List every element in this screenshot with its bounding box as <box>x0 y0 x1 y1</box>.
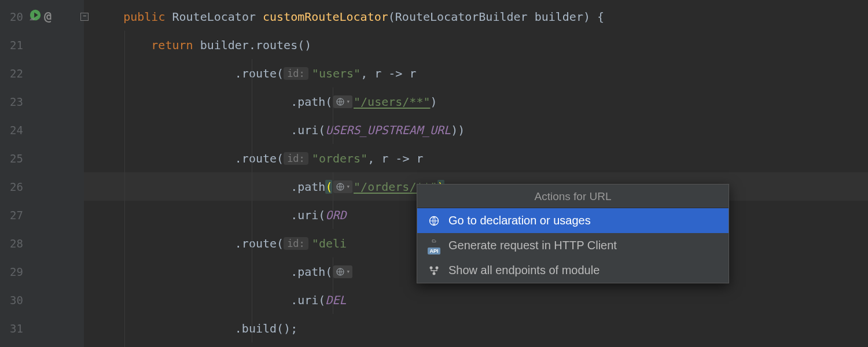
code-line[interactable]: } <box>84 342 868 347</box>
line-number: 30 <box>0 294 23 307</box>
method-call: .uri( <box>290 123 325 137</box>
matched-paren: ( <box>325 180 332 194</box>
method-name: customRouteLocator <box>263 10 388 24</box>
line-number: 28 <box>0 237 23 250</box>
globe-icon <box>336 97 345 106</box>
line-number: 26 <box>0 180 23 193</box>
close-paren: )) <box>451 123 465 137</box>
brace: { <box>597 10 604 24</box>
method-call: .uri( <box>290 293 325 307</box>
popup-item-generate-http-request[interactable]: API Generate request in HTTP Client <box>417 233 729 258</box>
svg-point-7 <box>433 272 436 275</box>
code-editor: 20 @ − 21 22 23 24 25 26 27 28 29 30 31 … <box>0 0 868 347</box>
parameter: builder <box>535 10 583 24</box>
code-line[interactable]: .route( id: "orders" , r -> r <box>84 144 868 172</box>
method-call: .route( <box>235 237 284 250</box>
popup-item-go-to-declaration[interactable]: Go to declaration or usages <box>417 208 729 233</box>
keyword: public <box>123 10 165 24</box>
line-number: 25 <box>0 152 23 165</box>
popup-title: Actions for URL <box>417 184 729 208</box>
lambda: , r -> r <box>367 152 423 165</box>
gutter: 20 @ − 21 22 23 24 25 26 27 28 29 30 31 … <box>0 0 84 347</box>
url-path-literal[interactable]: "/users/**" <box>354 95 430 109</box>
string-literal: "users" <box>312 67 361 80</box>
lambda: , r -> r <box>361 67 416 80</box>
chevron-down-icon: ▾ <box>346 268 350 275</box>
line-number: 20 <box>0 10 23 23</box>
code-line[interactable]: .uri( DEL <box>84 286 868 314</box>
close-paren: ) <box>430 95 437 109</box>
popup-item-label: Show all endpoints of module <box>448 264 599 277</box>
code-line[interactable]: .path( ▾ "/users/**" ) <box>84 87 868 116</box>
constant: DEL <box>325 293 346 307</box>
svg-point-6 <box>436 266 439 269</box>
method-call: .route( <box>235 67 284 80</box>
method-call: .path <box>290 180 325 194</box>
popup-item-label: Go to declaration or usages <box>448 214 591 227</box>
popup-item-label: Generate request in HTTP Client <box>448 239 617 252</box>
string-literal: "orders" <box>312 152 367 165</box>
line-number: 21 <box>0 39 23 51</box>
parameter-hint: id: <box>284 237 308 250</box>
type: RouteLocatorBuilder <box>395 10 528 24</box>
popup-item-show-endpoints[interactable]: Show all endpoints of module <box>417 258 729 283</box>
globe-icon <box>428 215 440 227</box>
parameter-hint: id: <box>284 67 308 80</box>
line-number: 27 <box>0 209 23 222</box>
code-line[interactable]: .build(); <box>84 314 868 342</box>
http-file-icon: API <box>428 239 440 252</box>
chevron-down-icon: ▾ <box>346 183 350 190</box>
url-actions-chip[interactable]: ▾ <box>333 180 352 193</box>
svg-point-5 <box>430 266 433 269</box>
line-number: 24 <box>0 124 23 136</box>
code-area[interactable]: public RouteLocator customRouteLocator( … <box>84 0 868 347</box>
code-line[interactable]: return builder.routes() <box>84 31 868 59</box>
method-call: .uri( <box>290 208 325 222</box>
url-actions-chip[interactable]: ▾ <box>333 95 352 108</box>
line-number: 23 <box>0 95 23 108</box>
expression: builder.routes() <box>200 38 312 52</box>
method-call: .build(); <box>235 322 297 335</box>
annotation-gutter-icon[interactable]: @ <box>44 9 52 24</box>
globe-icon <box>336 267 345 276</box>
line-number: 22 <box>0 67 23 80</box>
endpoints-icon <box>428 264 440 277</box>
code-line[interactable]: .route( id: "users" , r -> r <box>84 59 868 87</box>
api-badge: API <box>428 248 440 254</box>
code-line[interactable]: .uri( USERS_UPSTREAM_URL )) <box>84 116 868 144</box>
method-call: .route( <box>235 152 284 165</box>
method-call: .path( <box>290 265 332 279</box>
keyword: return <box>151 38 193 52</box>
constant: ORD <box>325 208 346 222</box>
run-gutter-icon[interactable] <box>29 9 42 24</box>
method-call: .path( <box>290 95 332 109</box>
chevron-down-icon: ▾ <box>346 98 350 105</box>
constant: USERS_UPSTREAM_URL <box>325 123 451 137</box>
line-number: 29 <box>0 265 23 278</box>
string-literal: "deli <box>312 237 347 250</box>
code-line[interactable]: public RouteLocator customRouteLocator( … <box>84 2 868 31</box>
globe-icon <box>336 182 345 191</box>
url-actions-popup: Actions for URL Go to declaration or usa… <box>417 184 729 283</box>
url-actions-chip[interactable]: ▾ <box>333 265 352 278</box>
parameter-hint: id: <box>284 152 308 165</box>
line-number: 31 <box>0 322 23 335</box>
type: RouteLocator <box>172 10 256 24</box>
